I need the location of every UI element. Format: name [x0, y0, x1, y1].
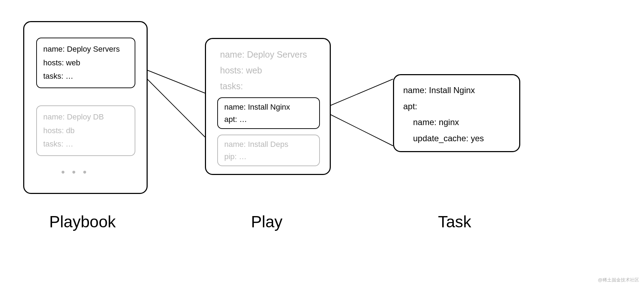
- play-card-2: name: Deploy DB hosts: db tasks: …: [36, 105, 135, 156]
- task2-name: name: Install Deps: [224, 138, 313, 150]
- play-header-hosts: hosts: web: [220, 63, 307, 78]
- task-name: name: Install Nginx: [403, 82, 510, 98]
- task-card-1: name: Install Nginx apt: …: [217, 97, 320, 129]
- play1-hosts: hosts: web: [43, 56, 128, 70]
- task1-name: name: Install Nginx: [224, 101, 313, 113]
- play-header: name: Deploy Servers hosts: web tasks:: [220, 47, 307, 94]
- play2-tasks: tasks: …: [43, 137, 128, 151]
- task-label: Task: [438, 212, 471, 231]
- watermark: @稀土掘金技术社区: [598, 277, 639, 283]
- play2-name: name: Deploy DB: [43, 110, 128, 124]
- play-header-name: name: Deploy Servers: [220, 47, 307, 63]
- task-container: name: Install Nginx apt: name: nginx upd…: [393, 74, 520, 152]
- play-header-tasks: tasks:: [220, 78, 307, 94]
- task1-module: apt: …: [224, 113, 313, 125]
- play-container: name: Deploy Servers hosts: web tasks: n…: [205, 38, 331, 175]
- playbook-ellipsis: • • •: [61, 166, 89, 178]
- task-module: apt:: [403, 98, 510, 115]
- task-param2: update_cache: yes: [403, 130, 510, 147]
- task2-module: pip: …: [224, 150, 313, 163]
- svg-line-3: [321, 110, 393, 146]
- play-card-1: name: Deploy Servers hosts: web tasks: …: [36, 38, 135, 88]
- play1-tasks: tasks: …: [43, 70, 128, 83]
- play1-name: name: Deploy Servers: [43, 43, 128, 56]
- play2-hosts: hosts: db: [43, 124, 128, 138]
- playbook-container: name: Deploy Servers hosts: web tasks: ……: [23, 21, 148, 194]
- svg-line-2: [321, 79, 393, 110]
- task-card-2: name: Install Deps pip: …: [217, 135, 320, 166]
- play-label: Play: [251, 212, 282, 231]
- playbook-label: Playbook: [49, 212, 116, 231]
- task-param1: name: nginx: [403, 114, 510, 130]
